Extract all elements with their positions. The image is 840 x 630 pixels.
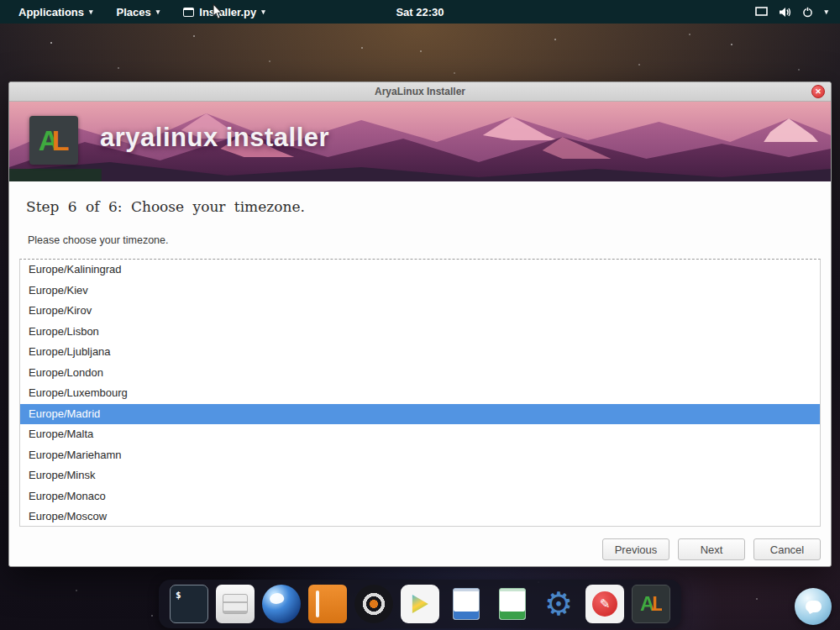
settings-icon-glyph: ⚙	[544, 588, 573, 620]
book-icon[interactable]	[308, 585, 347, 623]
timezone-row[interactable]: Europe/Ljubljana	[20, 342, 820, 363]
timezone-row[interactable]: Europe/Minsk	[20, 465, 820, 486]
timezone-row[interactable]: Europe/Moscow	[20, 507, 820, 527]
music-icon[interactable]	[354, 585, 393, 623]
mouse-cursor	[212, 3, 223, 20]
button-row: Previous Next Cancel	[602, 538, 821, 560]
taskbar-window-label: Installer.py	[199, 6, 256, 18]
chevron-down-icon: ▾	[156, 8, 160, 16]
timezone-row[interactable]: Europe/Mariehamn	[20, 445, 820, 466]
logo-letter-l: L	[51, 126, 69, 155]
terminal-icon[interactable]: $	[170, 585, 208, 623]
installer-content: Step 6 of 6: Choose your timezone. Pleas…	[9, 181, 831, 566]
panel-left: Applications ▾ Places ▾ Installer.py ▾	[0, 0, 277, 24]
timezone-row[interactable]: Europe/Monaco	[20, 486, 820, 507]
chevron-down-icon: ▾	[89, 8, 93, 16]
aryalinux-logo: A L	[29, 116, 78, 165]
window-icon	[183, 8, 194, 17]
editor-icon[interactable]: ✎	[585, 585, 624, 623]
browser-icon[interactable]	[262, 585, 301, 623]
applications-menu-label: Applications	[18, 6, 84, 18]
cancel-button[interactable]: Cancel	[753, 538, 821, 560]
timezone-row[interactable]: Europe/Lisbon	[20, 322, 820, 343]
instruction-text: Please choose your timezone.	[28, 234, 168, 246]
timezone-row[interactable]: Europe/London	[20, 363, 820, 384]
window-title: AryaLinux Installer	[375, 86, 465, 97]
aryalinux-icon-glyph: AL	[640, 594, 662, 614]
desktop-background: Applications ▾ Places ▾ Installer.py ▾ S…	[0, 0, 840, 630]
top-panel: Applications ▾ Places ▾ Installer.py ▾ S…	[0, 0, 840, 24]
aryalinux-icon[interactable]: AL	[632, 585, 670, 623]
files-icon[interactable]	[216, 585, 255, 623]
dock: $⚙✎AL	[159, 580, 681, 628]
timezone-row[interactable]: Europe/Luxembourg	[20, 383, 820, 404]
banner-title: aryalinux installer	[100, 123, 329, 153]
installer-banner: A L aryalinux installer	[9, 102, 831, 181]
timezone-row[interactable]: Europe/Kiev	[20, 281, 820, 302]
chevron-down-icon: ▾	[824, 8, 828, 16]
close-icon: ✕	[815, 88, 822, 96]
appstore-icon[interactable]	[401, 585, 439, 623]
places-menu-label: Places	[117, 6, 151, 18]
timezone-row[interactable]: Europe/Malta	[20, 424, 820, 445]
display-icon	[755, 7, 768, 17]
taskbar-window-button[interactable]: Installer.py ▾	[171, 0, 276, 24]
editor-icon-glyph: ✎	[592, 591, 617, 617]
settings-icon[interactable]: ⚙	[539, 585, 578, 623]
help-bubble-icon[interactable]	[795, 588, 832, 625]
next-button[interactable]: Next	[678, 538, 745, 560]
step-title: Step 6 of 6: Choose your timezone.	[26, 198, 305, 215]
installer-window: AryaLinux Installer ✕	[8, 81, 832, 567]
writer-icon[interactable]	[447, 585, 486, 623]
system-status-area[interactable]: ▾	[755, 0, 840, 24]
power-icon	[802, 7, 813, 18]
timezone-list[interactable]: Europe/KaliningradEurope/KievEurope/Kiro…	[19, 259, 821, 527]
close-button[interactable]: ✕	[811, 85, 825, 98]
timezone-row[interactable]: Europe/Kirov	[20, 301, 820, 322]
applications-menu[interactable]: Applications ▾	[7, 0, 105, 24]
chevron-down-icon: ▾	[261, 8, 265, 16]
calc-icon[interactable]	[493, 585, 532, 623]
terminal-icon-glyph: $	[176, 590, 181, 601]
timezone-row-selected[interactable]: Europe/Madrid	[20, 404, 820, 425]
previous-button[interactable]: Previous	[602, 538, 669, 560]
clock[interactable]: Sat 22:30	[396, 6, 444, 18]
volume-icon	[779, 7, 791, 18]
places-menu[interactable]: Places ▾	[105, 0, 172, 24]
timezone-row[interactable]: Europe/Kaliningrad	[20, 260, 820, 281]
window-titlebar[interactable]: AryaLinux Installer ✕	[9, 82, 831, 102]
